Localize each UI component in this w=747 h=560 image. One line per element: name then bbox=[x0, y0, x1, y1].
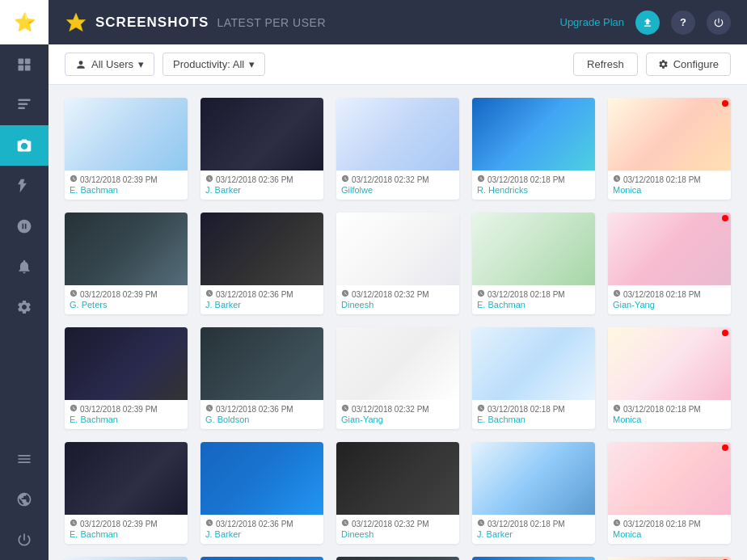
screenshot-card[interactable]: 03/12/2018 02:32 PMGian-Yang bbox=[336, 327, 459, 429]
screenshot-user[interactable]: Monica bbox=[613, 529, 726, 539]
screenshot-card[interactable]: 03/12/2018 02:18 PME. Bachman bbox=[472, 327, 595, 429]
clock-icon bbox=[70, 175, 78, 184]
screenshot-card[interactable]: 03/12/2018 02:32 PMDineesh bbox=[336, 442, 459, 544]
screenshot-thumbnail bbox=[608, 327, 731, 400]
screenshot-time: 03/12/2018 02:39 PM bbox=[70, 519, 183, 528]
screenshot-user[interactable]: E. Bachman bbox=[70, 415, 183, 424]
screenshot-card[interactable]: 03/12/2018 02:18 PMGian-Yang bbox=[608, 213, 731, 314]
screenshot-card[interactable]: 03/12/2018 02:18 PMMonica bbox=[608, 442, 731, 544]
screenshot-info: 03/12/2018 02:39 PME. Bachman bbox=[65, 515, 188, 544]
upgrade-plan-link[interactable]: Upgrade Plan bbox=[560, 16, 625, 28]
sidebar-item-block[interactable] bbox=[0, 206, 49, 246]
screenshot-card[interactable]: 03/12/2018 02:36 PMJ. Barker bbox=[200, 557, 323, 560]
upload-button[interactable] bbox=[635, 11, 660, 35]
screenshot-card[interactable]: 03/12/2018 02:39 PME. Bachman bbox=[65, 327, 188, 429]
screenshot-thumbnail bbox=[336, 213, 459, 285]
clock-icon bbox=[205, 175, 213, 184]
screenshot-timestamp: 03/12/2018 02:32 PM bbox=[352, 175, 429, 184]
screenshot-user[interactable]: G. Peters bbox=[70, 300, 183, 309]
sidebar-item-reports[interactable] bbox=[0, 85, 49, 125]
svg-rect-3 bbox=[25, 65, 31, 71]
screenshot-card[interactable]: 03/12/2018 02:18 PMMonica bbox=[608, 327, 731, 429]
all-users-filter[interactable]: All Users ▾ bbox=[65, 53, 154, 76]
screenshot-card[interactable]: 03/12/2018 02:36 PMJ. Barker bbox=[200, 442, 323, 544]
screenshot-time: 03/12/2018 02:36 PM bbox=[205, 404, 319, 414]
screenshot-time: 03/12/2018 02:39 PM bbox=[70, 404, 183, 414]
screenshot-thumbnail bbox=[200, 98, 323, 171]
screenshot-user[interactable]: Dineesh bbox=[341, 300, 454, 309]
screenshot-card[interactable]: 03/12/2018 02:18 PME. Bachman bbox=[472, 213, 595, 314]
configure-label: Configure bbox=[673, 58, 719, 70]
refresh-button[interactable]: Refresh bbox=[573, 53, 638, 76]
user-icon bbox=[75, 59, 87, 70]
sidebar-item-alerts[interactable] bbox=[0, 246, 49, 287]
toolbar: All Users ▾ Productivity: All ▾ Refresh … bbox=[49, 44, 747, 85]
screenshot-card[interactable]: 03/12/2018 02:39 PMG. Peters bbox=[65, 213, 188, 314]
sidebar-item-power[interactable] bbox=[0, 520, 49, 560]
screenshot-user[interactable]: G. Boldson bbox=[205, 415, 319, 424]
clock-icon bbox=[70, 404, 78, 414]
screenshot-user[interactable]: Gilfolwe bbox=[341, 185, 454, 195]
power-button[interactable] bbox=[707, 11, 731, 35]
screenshot-user[interactable]: E. Bachman bbox=[477, 300, 590, 309]
screenshot-time: 03/12/2018 02:18 PM bbox=[613, 404, 726, 414]
screenshot-card[interactable]: 03/12/2018 02:36 PMG. Boldson bbox=[200, 327, 323, 429]
screenshot-card[interactable]: 03/12/2018 02:39 PME. Bachman bbox=[65, 557, 188, 560]
screenshot-user[interactable]: Dineesh bbox=[341, 529, 454, 539]
screenshot-card[interactable]: 03/12/2018 02:18 PMR. Hendricks bbox=[472, 98, 595, 200]
screenshot-user[interactable]: J. Barker bbox=[205, 529, 319, 539]
screenshot-user[interactable]: Monica bbox=[613, 415, 726, 424]
clock-icon bbox=[70, 519, 78, 528]
all-users-chevron: ▾ bbox=[138, 58, 144, 70]
screenshot-card[interactable]: 03/12/2018 02:18 PMR. Hendricks bbox=[472, 557, 595, 560]
screenshot-card[interactable]: 03/12/2018 02:32 PMGilfolwe bbox=[336, 98, 459, 200]
screenshot-thumbnail bbox=[336, 327, 459, 400]
screenshot-card[interactable]: 03/12/2018 02:32 PMDineesh bbox=[336, 557, 459, 560]
screenshot-user[interactable]: E. Bachman bbox=[70, 185, 183, 195]
sidebar-item-globe[interactable] bbox=[0, 479, 49, 520]
screenshot-user[interactable]: E. Bachman bbox=[477, 415, 590, 424]
sidebar-item-more[interactable] bbox=[0, 439, 49, 479]
screenshot-info: 03/12/2018 02:18 PMMonica bbox=[608, 400, 731, 429]
screenshot-card[interactable]: 03/12/2018 02:36 PMJ. Barker bbox=[200, 98, 323, 200]
screenshot-timestamp: 03/12/2018 02:18 PM bbox=[623, 290, 701, 299]
screenshot-card[interactable]: 03/12/2018 02:39 PME. Bachman bbox=[65, 98, 188, 200]
help-button[interactable]: ? bbox=[671, 11, 695, 35]
screenshot-time: 03/12/2018 02:18 PM bbox=[477, 519, 590, 528]
screenshot-card[interactable]: 03/12/2018 02:32 PMDineesh bbox=[336, 213, 459, 314]
screenshot-info: 03/12/2018 02:39 PMG. Peters bbox=[65, 285, 188, 314]
screenshot-card[interactable]: 03/12/2018 02:36 PMJ. Barker bbox=[200, 213, 323, 314]
screenshot-time: 03/12/2018 02:32 PM bbox=[341, 175, 454, 184]
screenshot-time: 03/12/2018 02:18 PM bbox=[477, 404, 590, 414]
screenshot-user[interactable]: E. Bachman bbox=[70, 529, 183, 539]
screenshot-info: 03/12/2018 02:18 PME. Bachman bbox=[472, 285, 595, 314]
screenshot-thumbnail bbox=[608, 557, 731, 560]
clock-icon bbox=[205, 519, 213, 528]
screenshot-card[interactable]: 03/12/2018 02:18 PMMonica bbox=[608, 557, 731, 560]
screenshot-user[interactable]: J. Barker bbox=[205, 300, 319, 309]
sidebar-item-screenshots[interactable] bbox=[0, 125, 49, 166]
screenshot-timestamp: 03/12/2018 02:39 PM bbox=[80, 175, 158, 184]
svg-rect-0 bbox=[19, 59, 24, 65]
screenshot-user[interactable]: J. Barker bbox=[205, 185, 319, 195]
sidebar-item-settings[interactable] bbox=[0, 287, 49, 327]
screenshot-card[interactable]: 03/12/2018 02:18 PMJ. Barker bbox=[472, 442, 595, 544]
screenshot-timestamp: 03/12/2018 02:18 PM bbox=[623, 405, 701, 414]
productivity-filter[interactable]: Productivity: All ▾ bbox=[162, 53, 265, 76]
screenshot-user[interactable]: Gian-Yang bbox=[613, 300, 726, 309]
sidebar-item-dashboard[interactable] bbox=[0, 44, 49, 85]
header-left: SCREENSHOTS LATEST PER USER bbox=[65, 11, 326, 34]
screenshot-user[interactable]: R. Hendricks bbox=[477, 185, 590, 195]
screenshot-timestamp: 03/12/2018 02:36 PM bbox=[216, 520, 293, 528]
screenshot-time: 03/12/2018 02:36 PM bbox=[205, 519, 319, 528]
configure-button[interactable]: Configure bbox=[646, 53, 731, 76]
screenshot-info: 03/12/2018 02:18 PME. Bachman bbox=[472, 400, 595, 429]
screenshot-card[interactable]: 03/12/2018 02:18 PMMonica bbox=[608, 98, 731, 200]
screenshot-timestamp: 03/12/2018 02:18 PM bbox=[487, 405, 565, 414]
screenshot-user[interactable]: J. Barker bbox=[477, 529, 590, 539]
screenshot-thumbnail bbox=[472, 557, 595, 560]
sidebar-item-activity[interactable] bbox=[0, 166, 49, 206]
screenshot-card[interactable]: 03/12/2018 02:39 PME. Bachman bbox=[65, 442, 188, 544]
screenshot-user[interactable]: Gian-Yang bbox=[341, 415, 454, 424]
screenshot-user[interactable]: Monica bbox=[613, 185, 726, 195]
